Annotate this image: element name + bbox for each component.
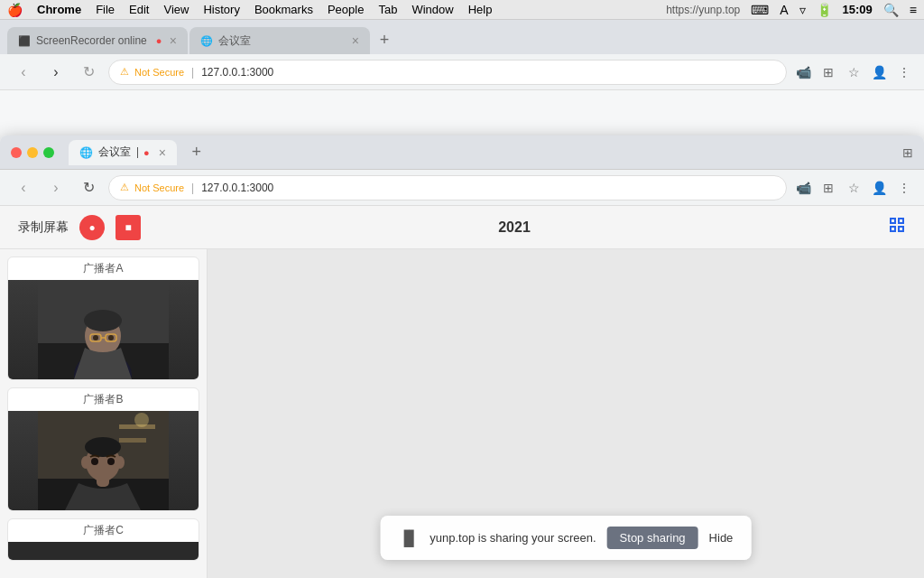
menu-help[interactable]: Help	[468, 3, 493, 16]
fg-tab-record-dot: ●	[143, 147, 150, 158]
bg-tab2-label: 会议室	[218, 33, 251, 49]
record-icon: ●	[88, 221, 95, 234]
fg-extensions-icon2[interactable]: ⊞	[819, 179, 837, 197]
bg-toolbar-right: 📹 ⊞ ☆ 👤 ⋮	[794, 63, 913, 81]
bg-new-tab-button[interactable]: +	[372, 27, 397, 52]
bg-tab2-close[interactable]: ×	[352, 33, 359, 48]
menubar: 🍎 Chrome File Edit View History Bookmark…	[0, 0, 924, 20]
participant-a-name: 广播者A	[8, 257, 199, 280]
close-window-button[interactable]	[11, 147, 22, 158]
participant-a-video	[8, 280, 199, 379]
bg-tab1-favicon: ⬛	[18, 35, 31, 47]
sharing-notification: ▐▌ yunp.top is sharing your screen. Stop…	[381, 516, 752, 560]
bg-tab1-label: ScreenRecorder online	[36, 34, 147, 47]
bg-extensions-icon[interactable]: ⊞	[819, 63, 837, 81]
fg-tab-close[interactable]: ×	[159, 145, 166, 160]
svg-point-15	[108, 335, 114, 340]
bg-profile-icon[interactable]: 👤	[870, 63, 888, 81]
svg-rect-3	[899, 227, 903, 231]
participants-sidebar: 广播者A	[0, 249, 208, 578]
fg-bookmark-icon[interactable]: ☆	[845, 179, 863, 197]
menu-people[interactable]: People	[328, 3, 364, 16]
svg-point-14	[93, 335, 98, 340]
menu-bookmarks[interactable]: Bookmarks	[254, 3, 313, 16]
menu-window[interactable]: Window	[411, 3, 453, 16]
traffic-lights	[11, 147, 54, 158]
fg-tab-active[interactable]: 🌐 会议室 ● ×	[69, 140, 177, 165]
fg-back-button[interactable]: ‹	[11, 175, 36, 200]
fullscreen-window-button[interactable]	[43, 147, 54, 158]
fg-address-text: 127.0.0.1:3000	[201, 182, 273, 194]
bg-forward-button[interactable]: ›	[43, 60, 69, 85]
control-center-icon[interactable]: ≡	[910, 3, 917, 17]
fg-not-secure-label: Not Secure	[134, 182, 184, 193]
bg-tab-bar: ⬛ ScreenRecorder online ● × 🌐 会议室 × +	[0, 20, 924, 54]
search-icon[interactable]: 🔍	[883, 3, 899, 17]
fg-refresh-button[interactable]: ↻	[76, 175, 101, 200]
bg-back-button[interactable]: ‹	[11, 60, 36, 85]
menu-view[interactable]: View	[163, 3, 189, 16]
stop-icon: ■	[125, 221, 131, 234]
participant-card-c: 广播者C	[7, 518, 199, 561]
fg-profile-icon[interactable]: 👤	[870, 179, 888, 197]
bg-tab2-favicon: 🌐	[200, 35, 213, 47]
sharing-icon: ▐▌	[399, 530, 420, 546]
participant-b-video	[8, 411, 199, 510]
svg-rect-19	[119, 438, 146, 443]
page-content: 录制屏幕 ● ■ 2021 广播	[0, 206, 924, 578]
fg-extensions-icon[interactable]: ⊞	[902, 145, 913, 160]
rec-label: 录制屏幕	[18, 219, 69, 236]
bg-bookmark-icon[interactable]: ☆	[845, 63, 863, 81]
hide-button[interactable]: Hide	[709, 531, 734, 545]
fullscreen-icon[interactable]	[888, 216, 906, 238]
bg-not-secure-icon: ⚠	[120, 66, 129, 78]
svg-point-26	[116, 456, 125, 469]
fg-toolbar: ‹ › ↻ ⚠ Not Secure | 127.0.0.1:3000 📹 ⊞ …	[0, 170, 924, 206]
fg-tab-cursor	[137, 147, 138, 158]
record-stop-button[interactable]: ■	[116, 215, 141, 240]
bg-address-bar[interactable]: ⚠ Not Secure | 127.0.0.1:3000	[108, 60, 787, 85]
menu-file[interactable]: File	[96, 3, 115, 16]
menu-history[interactable]: History	[203, 3, 239, 16]
fg-address-separator: |	[191, 182, 194, 194]
main-area: 广播者A	[0, 249, 924, 578]
fg-address-bar[interactable]: ⚠ Not Secure | 127.0.0.1:3000	[108, 175, 787, 200]
bg-address-separator: |	[191, 66, 194, 79]
wifi-icon: ▿	[799, 3, 806, 17]
apple-menu[interactable]: 🍎	[7, 3, 23, 17]
stop-sharing-button[interactable]: Stop sharing	[607, 527, 698, 549]
fg-titlebar: 🌐 会议室 ● × + ⊞	[0, 135, 924, 170]
menu-edit[interactable]: Edit	[129, 3, 149, 16]
bg-tab1-close[interactable]: ×	[170, 33, 177, 48]
bg-refresh-button[interactable]: ↻	[76, 60, 101, 85]
svg-point-28	[107, 458, 115, 465]
bg-menu-icon[interactable]: ⋮	[895, 63, 913, 81]
conference-title: 2021	[152, 219, 877, 236]
clock: 15:09	[843, 3, 873, 16]
participant-card-a: 广播者A	[7, 256, 199, 380]
battery-icon: 🔋	[817, 3, 832, 17]
fg-not-secure-icon: ⚠	[120, 182, 129, 193]
url-display: https://yunp.top	[666, 4, 740, 16]
svg-rect-0	[891, 219, 895, 223]
fg-cast-icon[interactable]: 📹	[794, 179, 812, 197]
fg-menu-icon[interactable]: ⋮	[895, 179, 913, 197]
fg-new-tab-button[interactable]: +	[184, 140, 209, 165]
record-start-button[interactable]: ●	[79, 215, 105, 240]
recording-bar: 录制屏幕 ● ■ 2021	[0, 206, 924, 249]
fg-forward-button[interactable]: ›	[43, 175, 69, 200]
menu-tab[interactable]: Tab	[378, 3, 397, 16]
fg-tab-label: 会议室	[98, 144, 131, 160]
minimize-window-button[interactable]	[27, 147, 38, 158]
bg-tab-1[interactable]: ⬛ ScreenRecorder online ● ×	[7, 27, 188, 54]
participant-card-b: 广播者B	[7, 387, 199, 511]
menu-chrome[interactable]: Chrome	[37, 3, 81, 16]
bg-cast-icon[interactable]: 📹	[794, 63, 812, 81]
sharing-text: yunp.top is sharing your screen.	[430, 531, 596, 545]
keyboard-icon: ⌨	[751, 3, 769, 17]
bg-tab-2[interactable]: 🌐 会议室 ×	[189, 27, 370, 54]
bg-address-text: 127.0.0.1:3000	[201, 66, 273, 79]
main-video-area: ▐▌ yunp.top is sharing your screen. Stop…	[208, 249, 924, 578]
svg-point-24	[85, 437, 121, 457]
bg-toolbar: ‹ › ↻ ⚠ Not Secure | 127.0.0.1:3000 📹 ⊞ …	[0, 54, 924, 90]
